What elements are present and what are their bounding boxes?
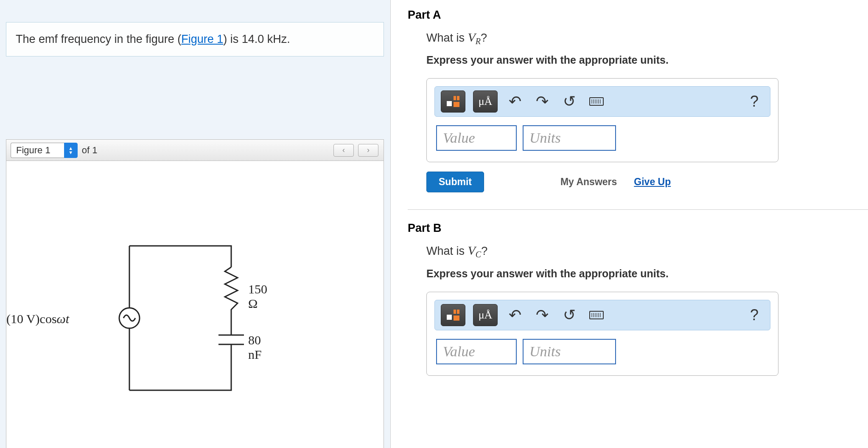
part-a-question: What is VR? — [426, 30, 868, 46]
left-panel: The emf frequency in the figure (Figure … — [0, 0, 390, 448]
q-prefix: What is — [426, 245, 468, 257]
q-suffix: ? — [481, 245, 487, 257]
units-placeholder: Units — [529, 344, 561, 360]
figure-selector-label: Figure 1 — [11, 143, 64, 158]
svg-rect-6 — [454, 96, 456, 100]
help-button[interactable]: ? — [745, 305, 764, 325]
submit-button[interactable]: Submit — [426, 172, 484, 192]
q-var: V — [468, 243, 476, 257]
template-button[interactable] — [441, 90, 465, 113]
part-a-toolbar: μÅ ↶ ↷ ↺ ? — [434, 86, 770, 117]
resistor-label: 150 Ω — [248, 282, 267, 311]
divider — [408, 209, 868, 210]
units-btn-label: μÅ — [479, 309, 493, 321]
part-a-heading: Part A — [408, 8, 868, 22]
figure-selector-arrows[interactable]: ▲ ▼ — [64, 143, 78, 158]
units-button[interactable]: μÅ — [473, 304, 498, 326]
my-answers-link[interactable]: My Answers — [560, 176, 617, 188]
part-b-question: What is VC? — [426, 243, 868, 259]
give-up-link[interactable]: Give Up — [634, 176, 671, 188]
value-placeholder: Value — [443, 130, 475, 146]
part-a-answer-box: μÅ ↶ ↷ ↺ ? Value Units — [426, 78, 778, 162]
part-b-toolbar: μÅ ↶ ↷ ↺ ? — [434, 300, 770, 330]
units-btn-label: μÅ — [479, 95, 493, 108]
keyboard-icon — [589, 311, 604, 319]
capacitor-label: 80 nF — [248, 333, 265, 362]
units-button[interactable]: μÅ — [473, 90, 498, 113]
reset-button[interactable]: ↺ — [560, 92, 579, 111]
part-b-answer-box: μÅ ↶ ↷ ↺ ? Value Units — [426, 292, 778, 376]
part-a-actions: Submit My Answers Give Up — [426, 172, 868, 192]
reset-button[interactable]: ↺ — [560, 305, 579, 325]
value-input[interactable]: Value — [436, 339, 517, 364]
problem-prefix: The emf frequency in the figure ( — [16, 33, 181, 45]
svg-rect-5 — [447, 101, 452, 106]
figure-block: Figure 1 ▲ ▼ of 1 ‹ › — [0, 139, 390, 448]
q-prefix: What is — [426, 31, 468, 44]
chevron-up-icon: ▲ — [68, 146, 73, 150]
svg-rect-9 — [447, 315, 452, 320]
part-a-instruction: Express your answer with the appropriate… — [426, 54, 868, 66]
svg-rect-10 — [454, 310, 456, 314]
figure-link[interactable]: Figure 1 — [181, 33, 223, 45]
keyboard-icon — [589, 97, 604, 106]
redo-button[interactable]: ↷ — [532, 92, 552, 111]
svg-rect-11 — [457, 310, 459, 314]
figure-prev-button[interactable]: ‹ — [333, 144, 354, 157]
part-b-heading: Part B — [408, 222, 868, 235]
right-panel: Part A What is VR? Express your answer w… — [390, 0, 868, 448]
undo-button[interactable]: ↶ — [505, 92, 525, 111]
q-var: V — [468, 30, 476, 44]
source-label: (10 V)cosωt — [6, 312, 69, 326]
template-button[interactable] — [441, 304, 465, 326]
figure-count: of 1 — [82, 145, 98, 156]
circuit-diagram: (10 V)cosωt 150 Ω 80 nF — [45, 229, 265, 407]
units-placeholder: Units — [529, 130, 561, 146]
units-input[interactable]: Units — [523, 125, 616, 151]
figure-selector[interactable]: Figure 1 ▲ ▼ — [11, 143, 78, 158]
figure-header: Figure 1 ▲ ▼ of 1 ‹ › — [6, 139, 384, 161]
q-suffix: ? — [481, 31, 487, 44]
figure-next-button[interactable]: › — [358, 144, 378, 157]
svg-rect-7 — [457, 96, 459, 100]
help-button[interactable]: ? — [745, 92, 764, 111]
value-placeholder: Value — [443, 344, 475, 360]
problem-statement: The emf frequency in the figure (Figure … — [6, 22, 384, 56]
svg-rect-12 — [454, 316, 459, 321]
figure-canvas: (10 V)cosωt 150 Ω 80 nF — [6, 161, 384, 448]
q-sub: R — [476, 37, 481, 46]
q-sub: C — [476, 250, 481, 259]
svg-rect-8 — [454, 102, 459, 107]
units-input[interactable]: Units — [523, 339, 616, 364]
undo-button[interactable]: ↶ — [505, 305, 525, 325]
problem-suffix: ) is 14.0 kHz. — [223, 33, 290, 45]
keyboard-button[interactable] — [587, 92, 606, 111]
part-b-instruction: Express your answer with the appropriate… — [426, 268, 868, 280]
chevron-down-icon: ▼ — [68, 150, 73, 155]
keyboard-button[interactable] — [587, 305, 606, 325]
redo-button[interactable]: ↷ — [532, 305, 552, 325]
value-input[interactable]: Value — [436, 125, 517, 151]
